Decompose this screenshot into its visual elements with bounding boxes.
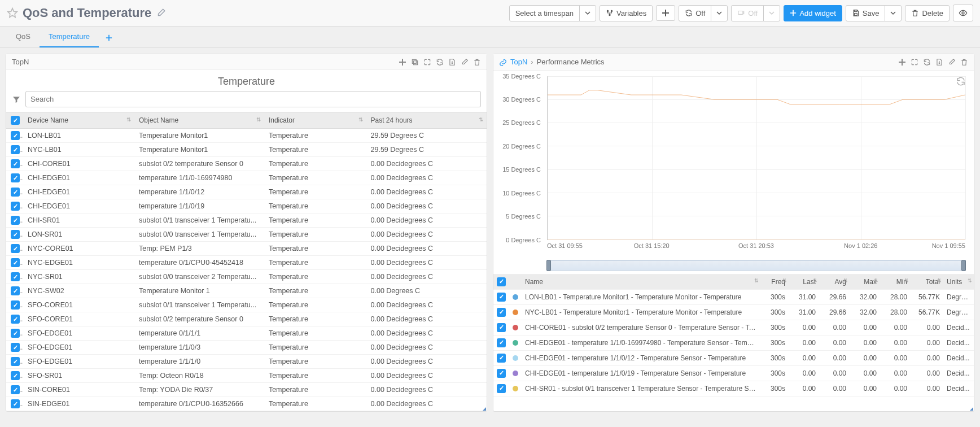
filter-icon[interactable] (12, 94, 21, 104)
row-checkbox[interactable] (497, 308, 506, 317)
panel-export-icon[interactable] (448, 58, 456, 66)
table-row[interactable]: SFO-CORE01 subslot 0/1 transceiver 1 Tem… (6, 298, 487, 312)
delete-button[interactable]: Delete (905, 5, 950, 21)
metrics-row[interactable]: CHI-EDGE01 - temperature 1/1/0-169974980… (493, 335, 974, 350)
timespan-dropdown-caret[interactable] (579, 5, 596, 21)
metrics-col-total[interactable]: Total⇅ (911, 274, 943, 290)
checkbox-all-metrics[interactable] (497, 277, 506, 286)
col-header-indicator[interactable]: Indicator⇅ (264, 112, 366, 129)
row-checkbox[interactable] (11, 315, 20, 324)
row-checkbox[interactable] (11, 159, 20, 168)
row-checkbox[interactable] (11, 145, 20, 154)
col-header-device[interactable]: Device Name⇅ (23, 112, 134, 129)
header-toggle-off-2-caret[interactable] (763, 5, 780, 21)
table-row[interactable]: NYC-LB01 Temperature Monitor1 Temperatur… (6, 143, 487, 157)
metrics-col-units[interactable]: Units⇅ (943, 274, 974, 290)
metrics-col-freq[interactable]: Freq⇅ (760, 274, 789, 290)
row-checkbox[interactable] (497, 323, 506, 332)
row-checkbox[interactable] (497, 293, 506, 302)
metrics-row[interactable]: NYC-LB01 - Temperature Monitor1 - Temper… (493, 304, 974, 320)
favorite-star-icon[interactable] (7, 7, 18, 19)
edit-title-icon[interactable] (156, 8, 166, 18)
row-checkbox[interactable] (11, 188, 20, 197)
table-row[interactable]: NYC-EDGE01 temperature 0/1/CPU0-45452418… (6, 256, 487, 270)
panel-expand-icon[interactable] (423, 58, 431, 66)
col-header-object[interactable]: Object Name⇅ (134, 112, 264, 129)
table-row[interactable]: CHI-EDGE01 temperature 1/1/0/12 Temperat… (6, 185, 487, 199)
row-checkbox[interactable] (11, 300, 20, 310)
metrics-col-last[interactable]: Last⇅ (789, 274, 819, 290)
row-checkbox[interactable] (11, 202, 20, 211)
resize-handle[interactable] (480, 404, 487, 411)
panel-refresh-icon[interactable] (923, 58, 931, 66)
table-row[interactable]: SFO-EDGE01 temperature 1/1/0/3 Temperatu… (6, 341, 487, 355)
col-header-checkbox[interactable] (6, 112, 23, 129)
panel-edit-icon[interactable] (461, 58, 469, 66)
metrics-col-max[interactable]: Max⇅ (850, 274, 880, 290)
table-row[interactable]: CHI-EDGE01 temperature 1/1/0-169974980 T… (6, 171, 487, 185)
table-row[interactable]: SFO-CORE01 subslot 0/2 temperature Senso… (6, 312, 487, 326)
col-header-past24[interactable]: Past 24 hours⇅ (366, 112, 487, 129)
tab-temperature[interactable]: Temperature (40, 27, 99, 47)
row-checkbox[interactable] (497, 384, 506, 393)
resize-handle[interactable] (967, 404, 974, 411)
metrics-col-name[interactable]: Name⇅ (522, 274, 760, 290)
row-checkbox[interactable] (11, 244, 20, 253)
metrics-row[interactable]: CHI-EDGE01 - temperature 1/1/0/12 - Temp… (493, 350, 974, 365)
table-row[interactable]: NYC-SR01 subslot 0/0 transceiver 2 Tempe… (6, 270, 487, 284)
panel-add-icon[interactable] (399, 58, 406, 66)
save-button-caret[interactable] (885, 5, 902, 21)
tab-add-icon[interactable] (99, 27, 119, 47)
table-row[interactable]: NYC-CORE01 Temp: PEM P1/3 Temperature 0.… (6, 242, 487, 256)
row-checkbox[interactable] (11, 371, 20, 380)
row-checkbox[interactable] (11, 173, 20, 182)
table-row[interactable]: CHI-SR01 subslot 0/1 transceiver 1 Tempe… (6, 213, 487, 228)
panel-refresh-icon[interactable] (436, 58, 444, 66)
checkbox-all[interactable] (11, 116, 20, 125)
table-row[interactable]: SIN-EDGE01 temperature 0/1/CPU0-16352666… (6, 397, 487, 411)
header-add-button[interactable] (656, 5, 675, 21)
row-checkbox[interactable] (11, 216, 20, 225)
save-button[interactable]: Save (846, 5, 886, 21)
metrics-col-avg[interactable]: Avg⇅ (819, 274, 850, 290)
row-checkbox[interactable] (11, 230, 20, 239)
time-range-slider[interactable] (547, 260, 965, 271)
metrics-row[interactable]: LON-LB01 - Temperature Monitor1 - Temper… (493, 289, 974, 304)
metrics-row[interactable]: CHI-SR01 - subslot 0/1 transceiver 1 Tem… (493, 381, 974, 396)
table-row[interactable]: CHI-CORE01 subslot 0/2 temperature Senso… (6, 157, 487, 171)
row-checkbox[interactable] (11, 258, 20, 267)
row-checkbox[interactable] (11, 343, 20, 352)
panel-add-icon[interactable] (898, 58, 906, 66)
header-toggle-off-1-caret[interactable] (711, 5, 728, 21)
row-checkbox[interactable] (11, 357, 20, 366)
panel-expand-icon[interactable] (911, 58, 918, 66)
row-checkbox[interactable] (11, 329, 20, 338)
row-checkbox[interactable] (497, 338, 506, 347)
row-checkbox[interactable] (497, 369, 506, 378)
row-checkbox[interactable] (11, 385, 20, 394)
tab-qos[interactable]: QoS (7, 27, 40, 47)
panel-delete-icon[interactable] (473, 58, 481, 66)
preview-eye-button[interactable] (953, 5, 973, 21)
header-toggle-off-1[interactable]: Off (679, 5, 711, 21)
table-row[interactable]: LON-SR01 subslot 0/0 transceiver 1 Tempe… (6, 228, 487, 242)
metrics-col-min[interactable]: Min⇅ (880, 274, 911, 290)
header-toggle-off-2[interactable]: Off (731, 5, 764, 21)
table-row[interactable]: CHI-EDGE01 temperature 1/1/0/19 Temperat… (6, 199, 487, 213)
row-checkbox[interactable] (11, 131, 20, 140)
chart-plot[interactable] (547, 76, 965, 240)
metrics-col-checkbox[interactable] (493, 274, 509, 290)
metrics-row[interactable]: CHI-CORE01 - subslot 0/2 temperature Sen… (493, 320, 974, 335)
metrics-row[interactable]: CHI-EDGE01 - temperature 1/1/0/19 - Temp… (493, 365, 974, 381)
panel-edit-icon[interactable] (948, 58, 956, 66)
row-checkbox[interactable] (497, 354, 506, 363)
row-checkbox[interactable] (11, 286, 20, 295)
row-checkbox[interactable] (11, 272, 20, 281)
select-timespan-button[interactable]: Select a timespan (509, 5, 580, 21)
table-row[interactable]: SFO-EDGE01 temperature 0/1/1/1 Temperatu… (6, 326, 487, 341)
add-widget-button[interactable]: Add widget (784, 5, 842, 21)
panel-delete-icon[interactable] (960, 58, 968, 66)
range-handle-right[interactable] (961, 260, 966, 271)
table-row[interactable]: SIN-CORE01 Temp: YODA Die R0/37 Temperat… (6, 383, 487, 397)
range-handle-left[interactable] (546, 260, 551, 271)
